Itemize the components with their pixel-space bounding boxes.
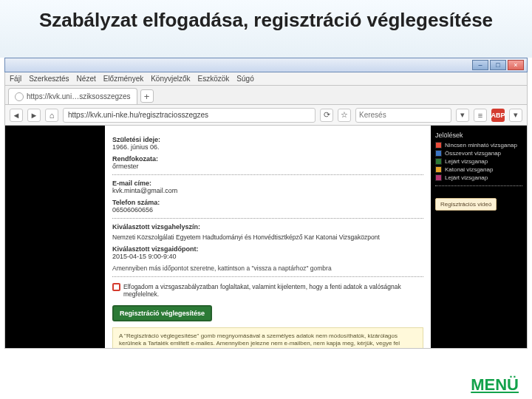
home-button[interactable]: ⌂ [45, 109, 58, 122]
legend-swatch-icon [435, 166, 442, 173]
minimize-button[interactable]: – [472, 60, 488, 70]
legend-swatch-icon [435, 174, 442, 181]
label-rank: Rendfokozata: [112, 155, 423, 163]
overflow-dropdown-icon[interactable]: ▾ [509, 109, 522, 122]
page-title: Szabályzat elfogadása, regisztráció végl… [0, 9, 532, 32]
dropdown-button[interactable]: ▾ [456, 109, 469, 122]
label-birth: Születési ideje: [112, 136, 423, 143]
address-bar[interactable]: https://kvk.uni-nke.hu/regisztraciosszeg… [63, 108, 316, 123]
menu-item-view[interactable]: Nézet [77, 75, 96, 83]
hamburger-menu-icon[interactable]: ≡ [474, 109, 487, 122]
label-exam-place: Kiválasztott vizsgahelyszín: [112, 223, 423, 231]
menu-link[interactable]: MENÜ [471, 375, 519, 395]
reload-button[interactable]: ⟳ [320, 109, 333, 122]
label-exam-time: Kiválasztott vizsgaidőpont: [112, 245, 423, 253]
back-hint-text: Amennyiben más időpontot szeretne, katti… [112, 265, 423, 272]
menu-item-file[interactable]: Fájl [10, 75, 21, 83]
toolbar: ◄ ► ⌂ https://kvk.uni-nke.hu/regisztraci… [4, 105, 528, 126]
legend-item: Katonai vizsganap [435, 166, 522, 173]
forward-button[interactable]: ► [27, 109, 41, 122]
menu-item-edit[interactable]: Szerkesztés [29, 75, 69, 83]
window-titlebar: – □ × [4, 58, 528, 72]
search-input[interactable]: Keresés [355, 108, 451, 123]
abp-icon[interactable]: ABP [491, 109, 505, 122]
search-placeholder: Keresés [359, 111, 386, 119]
maximize-button[interactable]: □ [490, 60, 506, 70]
accept-checkbox[interactable] [112, 283, 120, 291]
value-exam-time: 2015-04-15 9:00-9:40 [112, 253, 423, 260]
info-note: A "Regisztráció véglegesítése" gomb megn… [112, 327, 423, 348]
bookmark-star-icon[interactable]: ☆ [338, 109, 351, 122]
page-body: Születési ideje: 1966. június 06. Rendfo… [4, 126, 528, 349]
registration-form: Születési ideje: 1966. június 06. Rendfo… [105, 126, 431, 348]
legend-text: Lejárt vizsganap [445, 174, 488, 181]
value-phone: 06506060656 [112, 206, 423, 214]
tab-strip: https://kvk.uni…sziksosszegzes + [4, 86, 528, 105]
new-tab-button[interactable]: + [140, 89, 154, 103]
page-left-gutter [5, 126, 105, 348]
legend-item: Nincsen minható vizsganap [435, 142, 522, 149]
legend-item: Összevont vizsganap [435, 150, 522, 157]
menu-item-tools[interactable]: Eszközök [198, 75, 230, 83]
registration-video-button[interactable]: Regisztrációs videó [435, 198, 497, 211]
legend-text: Lejárt vizsganap [445, 158, 488, 165]
value-birth: 1966. június 06. [112, 143, 423, 151]
tab-active[interactable]: https://kvk.uni…sziksosszegzes [8, 88, 137, 104]
tab-label: https://kvk.uni…sziksosszegzes [27, 92, 131, 100]
back-button[interactable]: ◄ [10, 109, 23, 122]
legend-swatch-icon [435, 150, 442, 157]
menu-item-bookmarks[interactable]: Könyvjelzők [151, 75, 190, 83]
legend-sidebar: Jelölések Nincsen minható vizsganap Össz… [431, 126, 527, 348]
menu-item-history[interactable]: Előzmények [103, 75, 143, 83]
legend-item: Lejárt vizsganap [435, 158, 522, 165]
legend-text: Összevont vizsganap [445, 150, 501, 157]
legend-item: Lejárt vizsganap [435, 174, 522, 181]
legend-text: Nincsen minható vizsganap [445, 142, 517, 149]
menu-bar: Fájl Szerkesztés Nézet Előzmények Könyvj… [4, 72, 528, 86]
browser-window: – □ × Fájl Szerkesztés Nézet Előzmények … [4, 58, 528, 349]
value-email: kvk.minta@gmail.com [112, 187, 423, 194]
legend-text: Katonai vizsganap [445, 166, 493, 173]
accept-text: Elfogadom a vizsgaszabályzatban foglalta… [123, 283, 423, 298]
legend-swatch-icon [435, 142, 442, 149]
label-phone: Telefon száma: [112, 199, 423, 206]
close-button[interactable]: × [508, 60, 524, 70]
value-rank: őrmester [112, 163, 423, 170]
globe-icon [15, 92, 24, 101]
label-email: E-mail címe: [112, 180, 423, 187]
legend-swatch-icon [435, 158, 442, 165]
finalize-button[interactable]: Regisztráció véglegesítése [112, 305, 212, 321]
legend-title: Jelölések [435, 132, 522, 139]
value-exam-place: Nemzeti Közszolgálati Egyetem Hadtudomán… [112, 233, 423, 241]
menu-item-help[interactable]: Súgó [236, 75, 253, 83]
